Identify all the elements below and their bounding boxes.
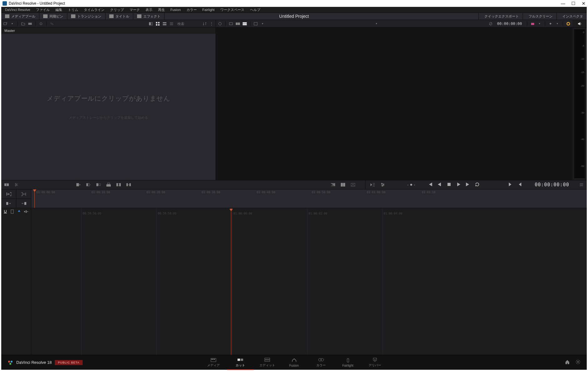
audio-track-icon[interactable] — [24, 209, 28, 214]
trim-mode-c-icon[interactable] — [1, 199, 16, 208]
transitions-button[interactable]: トランジション — [67, 13, 105, 20]
menu-help[interactable]: ヘルプ — [248, 7, 263, 13]
transport-timecode[interactable]: 00:00:00:00 — [535, 182, 569, 188]
safe-area-dropdown-icon[interactable]: ▾ — [260, 21, 265, 27]
menu-playback[interactable]: 再生 — [156, 7, 167, 13]
inspector-button[interactable]: インスペクタ — [557, 13, 587, 20]
menu-view[interactable]: 表示 — [143, 7, 155, 13]
split-icon[interactable] — [14, 182, 19, 188]
page-tab-メディア[interactable]: メディア — [200, 355, 227, 370]
new-timeline-icon[interactable] — [27, 21, 33, 27]
maximize-button[interactable]: ☐ — [571, 1, 575, 6]
resolution-dropdown-icon[interactable]: ▾ — [374, 21, 379, 27]
page-tab-カラー[interactable]: カラー — [308, 355, 335, 370]
thumbnail-view-icon[interactable] — [155, 21, 161, 27]
timeline-options-icon[interactable] — [370, 182, 376, 188]
append-icon[interactable] — [76, 182, 81, 188]
home-button[interactable] — [565, 359, 570, 365]
menu-file[interactable]: ファイル — [33, 7, 52, 13]
tools-dropdown-icon[interactable]: ▾ — [555, 21, 560, 27]
loop-button[interactable] — [475, 182, 480, 188]
stop-button[interactable] — [447, 182, 452, 188]
jump-start-button[interactable] — [428, 182, 433, 188]
link-icon[interactable] — [49, 21, 55, 27]
close-button[interactable]: ✕ — [582, 1, 585, 6]
camera-lock-icon[interactable] — [530, 21, 535, 27]
list-view-icon[interactable] — [169, 21, 174, 27]
search-input[interactable] — [176, 21, 201, 26]
import-dropdown-icon[interactable]: ▾ — [9, 21, 15, 27]
menu-edit[interactable]: 編集 — [53, 7, 65, 13]
page-tab-エディット[interactable]: エディット — [254, 355, 281, 370]
ripple-overwrite-icon[interactable] — [86, 182, 91, 188]
source-mode-icon[interactable] — [228, 21, 234, 27]
strip-view-icon[interactable] — [162, 21, 167, 27]
place-on-top-icon[interactable] — [106, 182, 111, 188]
safe-area-icon[interactable] — [253, 21, 258, 27]
camera-dropdown-icon[interactable]: ▾ — [537, 21, 542, 27]
video-track-icon[interactable] — [17, 209, 21, 214]
menu-davinci[interactable]: DaVinci Resolve — [3, 8, 33, 12]
prev-clip-icon[interactable]: ‹ — [407, 183, 408, 187]
sync-clips-icon[interactable] — [38, 21, 44, 27]
media-pool-area[interactable]: メディアプールにクリップがありません メディアストレージからクリップを追加して始… — [1, 34, 216, 180]
play-button[interactable] — [456, 182, 461, 188]
effects-button[interactable]: エフェクト — [133, 13, 165, 20]
marker-icon[interactable] — [10, 209, 14, 214]
breadcrumb[interactable]: Master — [1, 28, 216, 34]
jump-end-button[interactable] — [465, 182, 470, 188]
smooth-cut-icon[interactable] — [350, 182, 356, 188]
timeline-mode-icon[interactable] — [242, 21, 248, 27]
metadata-view-icon[interactable] — [148, 21, 154, 27]
page-tab-デリバー[interactable]: デリバー — [361, 355, 388, 370]
boring-detector-icon[interactable] — [217, 21, 223, 27]
quick-export-button[interactable]: クイックエクスポート — [478, 13, 523, 20]
cut-transition-icon[interactable] — [340, 182, 346, 188]
import-media-icon[interactable] — [3, 21, 8, 27]
menu-trim[interactable]: トリム — [65, 7, 81, 13]
menu-color[interactable]: カラー — [184, 7, 199, 13]
page-tab-fusion[interactable]: Fusion — [281, 355, 308, 370]
menu-mark[interactable]: マーク — [127, 7, 142, 13]
bypass-grades-icon[interactable] — [488, 21, 493, 27]
options-icon[interactable]: ⋮ — [209, 21, 214, 27]
sliders-icon[interactable] — [380, 182, 386, 188]
minimize-button[interactable]: — — [561, 1, 565, 6]
tools-icon[interactable]: ✦ — [548, 21, 553, 27]
prev-edit-button[interactable] — [517, 182, 522, 188]
viewer-area[interactable] — [216, 28, 572, 180]
close-up-icon[interactable] — [96, 182, 101, 188]
trim-mode-d-icon[interactable] — [16, 199, 31, 208]
sort-icon[interactable] — [202, 21, 207, 27]
next-clip-icon[interactable]: › — [414, 183, 415, 187]
menu-workspace[interactable]: ワークスペース — [218, 7, 247, 13]
menu-fairlight[interactable]: Fairlight — [200, 8, 217, 12]
speaker-icon[interactable] — [577, 21, 582, 27]
timeline-detail-ruler[interactable]: 00:59:56:0000:59:58:0001:00:00:0001:00:0… — [31, 208, 587, 355]
page-tab-fairlight[interactable]: Fairlight — [335, 355, 361, 370]
fullscreen-button[interactable]: フルスクリーン — [523, 13, 557, 20]
trim-mode-b-icon[interactable] — [16, 189, 31, 198]
next-edit-button[interactable] — [508, 182, 513, 188]
snap-icon[interactable] — [3, 209, 8, 214]
media-pool-button[interactable]: メディアプール — [1, 13, 39, 20]
detail-playhead[interactable] — [231, 208, 231, 355]
page-tab-カット[interactable]: カット — [227, 355, 254, 370]
fit-to-fill-icon[interactable] — [126, 182, 131, 188]
timeline-overview-ruler[interactable]: 01:00:00:0001:00:10:0001:00:20:0001:00:3… — [31, 189, 587, 208]
tape-mode-icon[interactable] — [235, 21, 241, 27]
new-bin-icon[interactable] — [20, 21, 26, 27]
dissolve-icon[interactable] — [330, 182, 336, 188]
menu-timeline[interactable]: タイムライン — [81, 7, 107, 13]
overview-playhead[interactable] — [34, 189, 35, 208]
sync-bin-button[interactable]: 同期ビン — [39, 13, 67, 20]
source-overwrite-icon[interactable] — [116, 182, 121, 188]
menu-clip[interactable]: クリップ — [108, 7, 126, 13]
trim-mode-a-icon[interactable] — [1, 189, 16, 198]
color-wheel-icon[interactable] — [565, 21, 571, 27]
smart-insert-icon[interactable] — [4, 182, 9, 188]
play-reverse-button[interactable] — [437, 182, 442, 188]
settings-button[interactable] — [575, 359, 580, 365]
titles-button[interactable]: タイトル — [105, 13, 133, 20]
menu-fusion[interactable]: Fusion — [168, 8, 183, 12]
